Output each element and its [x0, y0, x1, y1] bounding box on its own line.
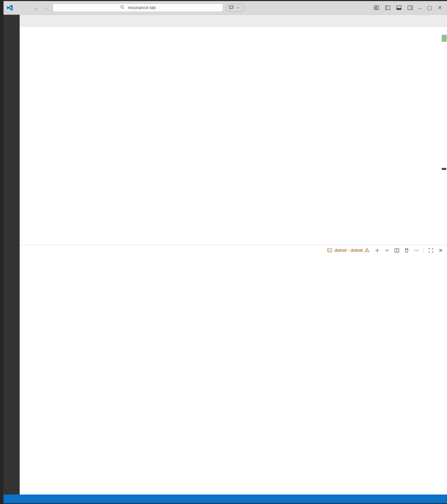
copilot-chat-icon	[229, 5, 234, 11]
terminal-output[interactable]	[20, 256, 447, 495]
vscode-window: ← → resonance-lab – ▢ ✕	[4, 1, 447, 503]
terminal-dropdown-icon[interactable]	[384, 248, 390, 253]
divider	[423, 248, 424, 253]
code-area[interactable]	[20, 55, 403, 245]
title-bar: ← → resonance-lab – ▢ ✕	[4, 1, 447, 15]
customize-layout-icon[interactable]	[374, 5, 379, 11]
warning-icon	[365, 248, 370, 253]
toggle-panel-icon[interactable]	[396, 5, 402, 11]
terminal-name: dotnet - dotnet	[334, 248, 363, 253]
vscode-logo-icon	[6, 4, 13, 11]
toggle-secondary-sidebar-icon[interactable]	[407, 5, 413, 11]
overview-marker-green	[442, 35, 447, 42]
maximize-button[interactable]: ▢	[427, 5, 432, 11]
search-value: resonance-lab	[128, 5, 155, 10]
panel-header: dotnet - dotnet	[20, 245, 447, 256]
close-button[interactable]: ✕	[438, 5, 442, 11]
forward-icon[interactable]: →	[42, 5, 48, 11]
bottom-panel: dotnet - dotnet	[20, 245, 447, 495]
terminal-icon	[327, 248, 333, 253]
activity-bar	[4, 15, 20, 495]
overview-ruler	[441, 35, 447, 245]
minimize-button[interactable]: –	[419, 5, 421, 11]
command-center-search[interactable]: resonance-lab	[53, 4, 223, 12]
history-nav: ← →	[34, 5, 48, 11]
panel-actions: dotnet - dotnet	[327, 248, 443, 253]
code-editor[interactable]	[20, 35, 447, 245]
split-terminal-icon[interactable]	[394, 248, 400, 253]
more-actions-icon[interactable]	[414, 248, 419, 253]
editor-tabs	[20, 15, 447, 27]
copilot-button[interactable]	[226, 4, 245, 12]
search-icon	[120, 5, 126, 11]
status-bar	[4, 495, 447, 503]
minimap[interactable]	[403, 35, 441, 245]
maximize-panel-icon[interactable]	[428, 248, 434, 253]
breadcrumb	[20, 27, 447, 35]
kill-terminal-icon[interactable]	[404, 248, 409, 253]
back-icon[interactable]: ←	[34, 5, 39, 11]
chevron-down-icon	[236, 5, 242, 11]
close-panel-icon[interactable]	[438, 248, 443, 253]
titlebar-actions: – ▢ ✕	[374, 5, 447, 11]
new-terminal-icon[interactable]	[374, 248, 380, 253]
toggle-primary-sidebar-icon[interactable]	[385, 5, 391, 11]
overview-marker-dark	[442, 168, 446, 170]
terminal-instance[interactable]: dotnet - dotnet	[327, 248, 370, 253]
